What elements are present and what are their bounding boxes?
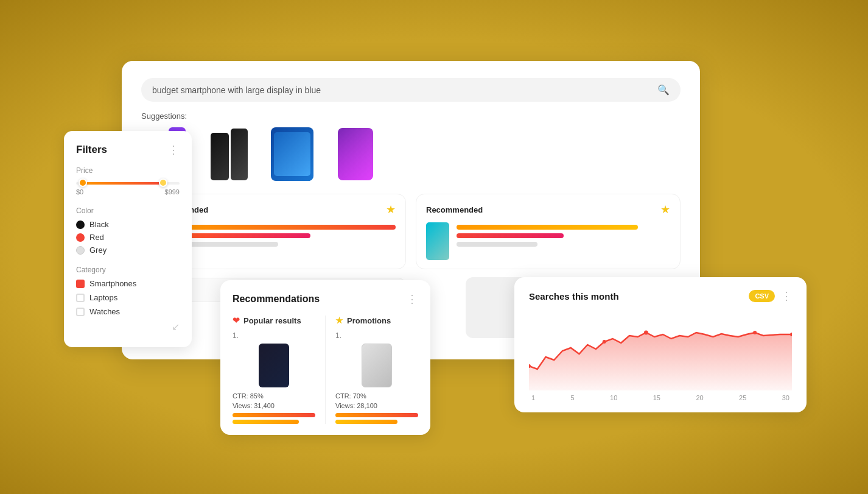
col-divider [325,316,326,424]
bar-gray-1 [182,242,278,247]
promo-phone-img [362,344,392,387]
promotions-col: ★ Promotions 1. CTR: 70% Views: 28,100 [335,316,418,424]
search-icon[interactable]: 🔍 [657,84,670,96]
bar-orange-2 [457,225,638,230]
promo-bar-1 [335,413,418,417]
chart-dot-3 [644,331,648,335]
rec-panel-header: Recommendations ⋮ [233,292,418,306]
star-icon-1: ★ [386,203,396,216]
suggestion-phone-2[interactable] [205,127,253,182]
category-watches[interactable]: Watches [76,307,180,316]
suggestion-phone-4[interactable] [331,127,380,182]
smartphones-label: Smartphones [89,279,136,288]
price-label: Price [76,166,180,175]
rec-card-2-body [426,222,670,260]
chart-x-labels: 1 5 10 15 20 25 30 [529,394,792,401]
rec-card-2-label: Recommended [426,205,483,214]
x-label-25: 25 [739,394,746,401]
filters-panel: Filters ⋮ Price $0 $999 Color Black Red … [64,131,192,347]
price-max: $999 [165,188,180,196]
color-red-label: Red [89,233,104,242]
heart-icon: ❤ [233,316,240,325]
black-dot [76,221,85,229]
color-option-black[interactable]: Black [76,220,180,229]
star-icon-2: ★ [660,203,670,216]
recommendations-panel: Recommendations ⋮ ❤ Popular results 1. C… [220,280,430,435]
popular-views: Views: 31,400 [233,402,315,409]
category-label: Category [76,266,180,274]
bar-red-2 [457,233,564,238]
suggestion-phone-3[interactable] [268,127,317,182]
category-filter: Category Smartphones Laptops Watches [76,266,180,316]
x-label-10: 10 [610,394,617,401]
rec-phone-2 [426,222,449,260]
chart-area-fill [529,333,792,390]
search-input[interactable] [152,85,657,95]
grey-dot [76,246,85,255]
recommended-cards-row: Recommended ★ Recommended ★ [141,194,681,269]
price-min: $0 [76,188,83,196]
promo-item-num: 1. [335,331,418,340]
recommended-card-2: Recommended ★ [416,194,681,269]
smartphones-checkbox[interactable] [76,280,85,288]
color-label: Color [76,206,180,215]
promo-bar-2 [335,420,397,424]
chart-dot-4 [753,331,757,334]
popular-item-num: 1. [233,331,315,340]
chart-dot-2 [603,340,606,344]
category-laptops[interactable]: Laptops [76,293,180,302]
popular-results-col: ❤ Popular results 1. CTR: 85% Views: 31,… [233,316,315,424]
filters-header: Filters ⋮ [76,143,180,157]
bar-orange-1 [182,225,396,230]
pop-bar-2 [233,420,299,424]
filters-title: Filters [76,144,107,156]
x-label-5: 5 [571,394,575,401]
suggestions-row [141,127,681,182]
rec-bars-1 [182,222,396,247]
bar-gray-2 [457,242,537,247]
search-bar[interactable]: 🔍 [141,78,681,102]
watches-checkbox[interactable] [76,308,85,316]
price-slider-thumb-right[interactable] [159,178,167,187]
promotions-label: Promotions [347,316,391,325]
category-smartphones[interactable]: Smartphones [76,279,180,288]
chart-title: Searches this month [529,291,619,302]
rec-panel-title: Recommendations [233,294,320,305]
price-filter: Price $0 $999 [76,166,180,196]
promo-views: Views: 28,100 [335,402,418,409]
filters-menu-dots[interactable]: ⋮ [168,143,180,157]
suggestions-label: Suggestions: [141,111,681,121]
promo-bars [335,413,418,424]
rec-panel-body: ❤ Popular results 1. CTR: 85% Views: 31,… [233,316,418,424]
color-grey-label: Grey [89,245,107,255]
resize-handle[interactable]: ↙ [76,321,180,333]
watches-label: Watches [89,307,120,316]
price-slider-thumb-left[interactable] [79,178,87,187]
rec-bars-2 [457,222,670,247]
x-label-30: 30 [782,394,789,401]
popular-bars [233,413,315,424]
promo-ctr: CTR: 70% [335,392,418,400]
chart-panel: Searches this month CSV ⋮ 1 [514,277,807,412]
chart-dots[interactable]: ⋮ [781,289,792,303]
csv-badge[interactable]: CSV [749,290,775,302]
x-label-1: 1 [531,394,535,401]
price-slider-track[interactable] [76,182,180,185]
red-dot [76,233,85,242]
price-range-labels: $0 $999 [76,188,180,196]
laptops-checkbox[interactable] [76,294,85,302]
bar-red-1 [182,233,310,238]
popular-phone-img [259,344,289,387]
x-label-20: 20 [696,394,703,401]
rec-panel-dots[interactable]: ⋮ [407,292,418,306]
chart-header: Searches this month CSV ⋮ [529,289,792,303]
color-option-red[interactable]: Red [76,233,180,242]
chart-svg [529,311,792,390]
color-filter: Color Black Red Grey [76,206,180,255]
popular-ctr: CTR: 85% [233,392,315,400]
chart-area [529,311,792,390]
color-option-grey[interactable]: Grey [76,245,180,255]
rec-card-2-header: Recommended ★ [426,203,670,216]
x-label-15: 15 [653,394,660,401]
promotions-header: ★ Promotions [335,316,418,325]
